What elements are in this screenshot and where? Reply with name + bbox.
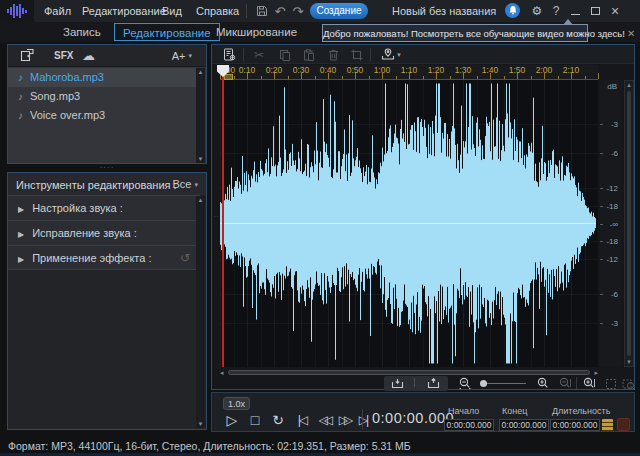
menu-view[interactable]: Вид: [158, 0, 186, 22]
music-note-icon: ♪: [18, 72, 23, 83]
playback-speed-button[interactable]: 1.0x: [223, 397, 250, 410]
tab-record[interactable]: Запись: [55, 23, 109, 41]
section-apply-effect[interactable]: ▶Применение эффекта : ↺: [8, 245, 200, 270]
section-adjust-audio[interactable]: ▶Настройка звука :: [8, 195, 200, 220]
file-list: ♪Mahoroba.mp3 ♪Song.mp3 ♪Voice over.mp3: [8, 68, 201, 125]
scrollbar-thumb[interactable]: [627, 91, 631, 356]
ruler-time-label: 0:30: [293, 65, 310, 75]
ruler-tick: [369, 76, 370, 79]
close-button[interactable]: ×: [606, 0, 624, 22]
reset-icon[interactable]: ↺: [180, 246, 190, 271]
panel-splitter[interactable]: ····: [7, 164, 207, 172]
ruler-time-label: 1:50: [509, 65, 526, 75]
playhead-line: [222, 71, 224, 367]
skip-to-start-button[interactable]: |◁: [292, 411, 312, 429]
ruler-time-label: 1:20: [428, 65, 445, 75]
section-fix-audio[interactable]: ▶Исправление звука :: [8, 220, 200, 245]
scroll-down-icon[interactable]: ▼: [196, 156, 205, 162]
mark-in-button[interactable]: [388, 376, 406, 391]
create-button[interactable]: Создание: [310, 3, 368, 19]
text-size-button[interactable]: A+ ▾: [172, 45, 192, 67]
skip-to-end-button[interactable]: ▷|: [353, 411, 373, 429]
fit-to-window-button[interactable]: [602, 376, 620, 391]
stop-button[interactable]: □: [247, 411, 263, 429]
tools-title: Инструменты редактирования :: [8, 179, 177, 191]
db-mark-label: -3: [611, 120, 618, 129]
zoom-toolbar: [212, 378, 636, 390]
scroll-up-icon[interactable]: ▲: [196, 197, 205, 203]
tools-scrollbar[interactable]: ▲ ▼: [196, 196, 205, 428]
start-label: Начало: [448, 406, 479, 416]
zoom-out-vertical-button[interactable]: [556, 376, 574, 391]
waveform-display[interactable]: [220, 80, 598, 367]
properties-button[interactable]: [220, 46, 238, 63]
tab-mix[interactable]: Микширование: [208, 23, 305, 41]
vertical-zoom-scrollbar[interactable]: ▲ ▼: [624, 80, 634, 367]
cut-button[interactable]: ✂: [250, 46, 268, 63]
tools-filter-dropdown[interactable]: Все ▾: [172, 173, 198, 196]
scroll-down-icon[interactable]: ▼: [625, 359, 633, 365]
play-button[interactable]: ▷: [224, 411, 240, 429]
zoom-slider-thumb[interactable]: [480, 380, 487, 387]
panel-handle[interactable]: ··: [213, 215, 219, 219]
scroll-up-icon[interactable]: ▲: [625, 82, 633, 88]
scroll-left-icon[interactable]: ◂: [220, 369, 224, 377]
tab-edit[interactable]: Редактирование: [114, 23, 220, 41]
channel-meter-icon[interactable]: [617, 418, 630, 431]
fast-forward-button[interactable]: ▷▷: [333, 411, 355, 429]
trim-button[interactable]: [348, 46, 366, 63]
db-mark-label: -12: [606, 254, 618, 263]
file-row[interactable]: ♪Voice over.mp3: [8, 106, 201, 125]
zoom-in-horizontal-button[interactable]: [534, 376, 552, 391]
scroll-down-icon[interactable]: ▼: [196, 421, 205, 427]
zoom-to-selection-button[interactable]: [619, 376, 637, 391]
titlebar-divider: [246, 4, 247, 18]
cloud-library-icon[interactable]: ☁: [82, 45, 95, 67]
zoom-out-horizontal-button[interactable]: [456, 376, 474, 391]
db-tick: [600, 241, 603, 242]
save-button[interactable]: [254, 0, 270, 22]
notification-bell-icon[interactable]: [505, 3, 520, 18]
import-file-button[interactable]: [20, 48, 35, 62]
toolbar-divider: [370, 48, 371, 61]
redo-button[interactable]: ↷: [290, 0, 306, 22]
end-field[interactable]: 0:00:00.000: [499, 419, 549, 431]
delete-button[interactable]: [324, 46, 342, 63]
menu-edit[interactable]: Редактирование: [78, 0, 170, 22]
file-row[interactable]: ♪Song.mp3: [8, 87, 201, 106]
paste-button[interactable]: [300, 46, 318, 63]
tooltip-close-icon[interactable]: ✕: [625, 28, 640, 39]
rewind-button[interactable]: ◁◁: [313, 411, 335, 429]
add-marker-button[interactable]: ▾: [376, 46, 406, 63]
db-mark-label: -18: [606, 201, 618, 210]
timeline-ruler[interactable]: 0:000:100:200:300:400:501:001:101:201:30…: [220, 65, 598, 80]
undo-button[interactable]: ↶: [272, 0, 288, 22]
menu-file[interactable]: Файл: [40, 0, 75, 22]
sfx-library-button[interactable]: SFX: [54, 45, 73, 67]
channel-selector-icon[interactable]: [602, 419, 613, 431]
loop-button[interactable]: ↻: [270, 411, 286, 429]
maximize-button[interactable]: [586, 0, 604, 22]
settings-gear-icon[interactable]: ⚙: [528, 0, 546, 22]
ruler-tick: [288, 76, 289, 79]
expand-icon: ▶: [18, 230, 24, 239]
zoom-in-vertical-button[interactable]: [580, 376, 598, 391]
menu-help[interactable]: Справка: [192, 0, 243, 22]
file-list-scrollbar[interactable]: ▲ ▼: [196, 68, 205, 163]
ruler-time-label: 1:00: [374, 65, 391, 75]
music-note-icon: ♪: [18, 91, 23, 102]
db-tick: [600, 124, 603, 125]
mark-out-button[interactable]: [424, 376, 442, 391]
waveform-canvas[interactable]: [220, 80, 598, 367]
zoom-slider[interactable]: [482, 383, 526, 384]
scroll-up-icon[interactable]: ▲: [196, 69, 205, 75]
ruler-tick: [342, 76, 343, 79]
db-tick: [600, 206, 603, 207]
end-label: Конец: [502, 406, 527, 416]
timeline-marker-flag[interactable]: [224, 74, 233, 80]
copy-button[interactable]: [276, 46, 294, 63]
duration-field[interactable]: 0:00:00.000: [550, 419, 600, 431]
file-row[interactable]: ♪Mahoroba.mp3: [8, 68, 201, 87]
scrollbar-thumb[interactable]: [228, 370, 590, 375]
start-field[interactable]: 0:00:00.000: [444, 419, 494, 431]
